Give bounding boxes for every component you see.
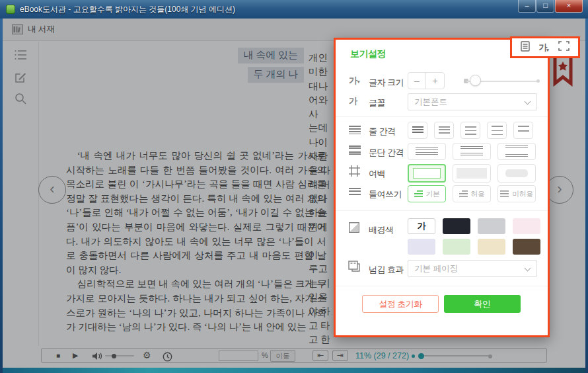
- reset-settings-button[interactable]: 설정 초기화: [362, 295, 439, 313]
- font-size-increase-button[interactable]: +: [426, 73, 444, 89]
- window-controls: – □ ×: [517, 0, 583, 13]
- panel-divider: [336, 286, 548, 286]
- page-turn-dropdown[interactable]: 기본 페이징: [408, 260, 537, 277]
- confirm-button[interactable]: 확인: [444, 295, 521, 313]
- window-title: eBook도서관 - 고요할수록 밝아지는 것들(100쇄 기념 에디션): [20, 0, 235, 19]
- paragraph-spacing-icon: [349, 145, 361, 155]
- indent-option-disallow[interactable]: 미허용: [497, 185, 536, 202]
- bg-color-swatches: 가: [408, 218, 548, 255]
- app-icon: [6, 5, 15, 14]
- font-size-icon: 가▾: [349, 75, 360, 87]
- titlebar: eBook도서관 - 고요할수록 밝아지는 것들(100쇄 기념 에디션) – …: [0, 0, 588, 19]
- margin-label: 여백: [369, 168, 385, 180]
- bg-color-swatch-2[interactable]: [443, 218, 470, 234]
- font-family-label: 글꼴: [369, 97, 385, 109]
- margin-option-2[interactable]: [453, 164, 491, 183]
- margin-icon: [349, 165, 360, 179]
- background-color-label: 배경색: [369, 224, 394, 236]
- close-button[interactable]: ×: [555, 0, 583, 13]
- panel-divider: [336, 116, 548, 117]
- page-turn-value: 기본 페이징: [414, 264, 458, 273]
- font-size-slider-knob[interactable]: [470, 75, 481, 86]
- paragraph-spacing-option-3[interactable]: [497, 143, 536, 160]
- minimize-button[interactable]: –: [518, 0, 536, 13]
- bg-color-swatch-3[interactable]: [478, 218, 505, 234]
- paragraph-spacing-option-1[interactable]: [408, 143, 446, 160]
- page-turn-icon: [348, 261, 360, 274]
- indent-default-icon: [414, 190, 423, 197]
- indent-disallow-icon: [500, 190, 509, 197]
- font-size-slider-max-dot: [536, 79, 540, 83]
- background-color-icon: [349, 222, 359, 235]
- panel-title: 보기설정: [350, 48, 386, 60]
- panel-divider: [336, 210, 548, 211]
- bg-color-swatch-4[interactable]: [513, 218, 540, 234]
- paragraph-spacing-option-2[interactable]: [453, 143, 491, 160]
- font-size-stepper: – +: [408, 72, 445, 89]
- font-size-decrease-button[interactable]: –: [408, 73, 426, 89]
- paragraph-spacing-label: 문단 간격: [369, 147, 404, 159]
- line-spacing-option-5[interactable]: [513, 122, 533, 139]
- chevron-down-icon: [525, 99, 531, 105]
- line-spacing-label: 줄 간격: [369, 126, 396, 138]
- bg-color-swatch-7[interactable]: [478, 239, 505, 255]
- font-family-value: 기본폰트: [414, 97, 447, 106]
- indent-option-default[interactable]: 기본: [408, 185, 446, 202]
- page-turn-label: 넘김 효과: [369, 264, 404, 276]
- view-settings-icon[interactable]: 가▾: [538, 42, 550, 54]
- app-window: eBook도서관 - 고요할수록 밝아지는 것들(100쇄 기념 에디션) – …: [0, 0, 588, 373]
- indent-icon: [349, 188, 361, 196]
- window-frame-bottom: [3, 368, 585, 373]
- font-size-label: 글자 크기: [369, 77, 404, 89]
- indent-label: 들여쓰기: [369, 188, 402, 200]
- maximize-button[interactable]: □: [536, 0, 554, 13]
- indent-option-allow[interactable]: 허용: [453, 185, 491, 202]
- app-content: 내 서재 내 속에 있는 두 개의 나: [3, 19, 585, 368]
- bg-color-swatch-1[interactable]: 가: [408, 218, 435, 234]
- view-settings-panel: 보기설정 × 가▾ 글자 크기 – + 가 글꼴 기본폰트: [334, 38, 550, 337]
- chevron-down-icon: [525, 265, 531, 272]
- bg-color-swatch-6[interactable]: [443, 239, 470, 255]
- line-spacing-option-1[interactable]: [408, 122, 427, 139]
- font-family-icon: 가: [349, 95, 357, 107]
- line-spacing-option-2[interactable]: [434, 122, 454, 139]
- line-spacing-icon: [349, 126, 361, 134]
- highlighted-toolbar-icons: 가▾: [510, 36, 580, 58]
- margin-option-3[interactable]: [497, 164, 536, 183]
- line-spacing-option-3[interactable]: [460, 122, 480, 139]
- font-family-dropdown[interactable]: 기본폰트: [408, 93, 537, 110]
- bg-color-swatch-5[interactable]: [408, 239, 435, 255]
- page-view-icon[interactable]: [521, 41, 530, 54]
- bg-color-swatch-8[interactable]: [513, 239, 540, 255]
- line-spacing-option-4[interactable]: [487, 122, 507, 139]
- margin-option-1-selected[interactable]: [408, 164, 446, 183]
- indent-allow-icon: [459, 190, 468, 197]
- fullscreen-icon[interactable]: [558, 41, 570, 54]
